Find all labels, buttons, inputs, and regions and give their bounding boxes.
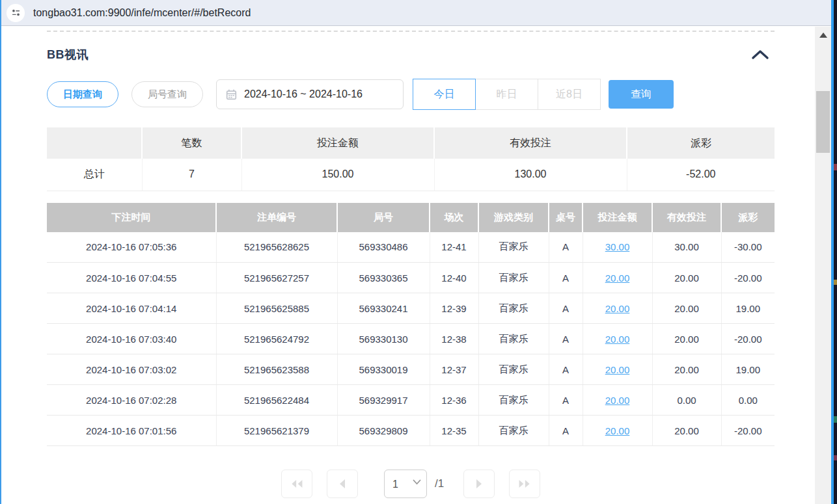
- chevron-up-icon: [751, 49, 769, 60]
- cell-valid: 20.00: [652, 354, 721, 385]
- filter-toolbar: 日期查询 局号查询 2024-10-16 ~ 2024-10-16: [47, 79, 775, 110]
- cell-table-no: A: [549, 232, 583, 263]
- cell-round: 569330019: [337, 354, 430, 385]
- site-settings-icon[interactable]: [7, 4, 25, 22]
- cell-payout: -30.00: [721, 232, 775, 263]
- page-select[interactable]: 1: [384, 470, 427, 498]
- page-total-label: /1: [435, 477, 444, 490]
- summary-total-bet-amount: 150.00: [241, 159, 434, 191]
- bet-table-body: 2024-10-16 07:05:36521965628625569330486…: [47, 232, 775, 446]
- cell-table-no: A: [549, 385, 583, 416]
- previous-page-button[interactable]: [327, 470, 358, 498]
- scrollbar-thumb[interactable]: [816, 91, 830, 153]
- cell-game: 百家乐: [478, 354, 549, 385]
- cell-session: 12-39: [430, 293, 478, 324]
- cell-bet-id: 521965628625: [216, 232, 337, 263]
- cell-table-no: A: [549, 354, 583, 385]
- header-bet-time: 下注时间: [47, 203, 216, 232]
- header-bet-id: 注单编号: [216, 203, 337, 232]
- cell-game: 百家乐: [478, 324, 549, 354]
- cell-round: 569330365: [337, 263, 430, 293]
- cell-session: 12-40: [430, 263, 478, 293]
- table-row: 2024-10-16 07:02:28521965622484569329917…: [47, 385, 775, 416]
- cell-session: 12-41: [430, 232, 478, 263]
- cell-time: 2024-10-16 07:04:55: [47, 263, 216, 293]
- bet-amount-link[interactable]: 20.00: [605, 364, 630, 375]
- bet-amount-link[interactable]: 20.00: [605, 425, 630, 436]
- bet-amount-link[interactable]: 20.00: [605, 303, 630, 314]
- cell-payout: -20.00: [721, 324, 775, 354]
- calendar-icon: [226, 89, 237, 100]
- cell-valid: 20.00: [652, 416, 721, 446]
- background-speck: [834, 416, 837, 423]
- first-page-button[interactable]: [281, 470, 312, 498]
- quick-date-button-group: 今日 昨日 近8日: [413, 79, 601, 110]
- cell-session: 12-38: [430, 324, 478, 354]
- cell-game: 百家乐: [478, 293, 549, 324]
- summary-header-count: 笔数: [142, 127, 241, 159]
- summary-header-bet-amount: 投注金额: [241, 127, 434, 159]
- cell-bet: 30.00: [583, 232, 652, 263]
- cell-payout: 19.00: [721, 293, 775, 324]
- summary-total-valid-bet: 130.00: [434, 159, 627, 191]
- cell-round: 569330486: [337, 232, 430, 263]
- summary-header-valid-bet: 有效投注: [434, 127, 627, 159]
- cell-round: 569330241: [337, 293, 430, 324]
- cell-table-no: A: [549, 263, 583, 293]
- cell-round: 569329917: [337, 385, 430, 416]
- cell-valid: 20.00: [652, 263, 721, 293]
- cell-valid: 20.00: [652, 324, 721, 354]
- cell-bet-id: 521965621379: [216, 416, 337, 446]
- header-game-type: 游戏类别: [478, 203, 549, 232]
- panel-dashed-divider: [47, 31, 775, 32]
- cell-bet-id: 521965624792: [216, 324, 337, 354]
- pagination-bar: 1 /1: [47, 470, 775, 498]
- window-edge-right: [831, 0, 834, 504]
- cell-bet: 20.00: [583, 293, 652, 324]
- quick-button-today[interactable]: 今日: [413, 79, 476, 110]
- bet-amount-link[interactable]: 30.00: [605, 241, 630, 252]
- cell-bet: 20.00: [583, 324, 652, 354]
- background-page-strip: [834, 0, 837, 504]
- cell-time: 2024-10-16 07:01:56: [47, 416, 216, 446]
- window-edge-left: [0, 0, 1, 504]
- bet-amount-link[interactable]: 20.00: [605, 395, 630, 406]
- cell-valid: 20.00: [652, 293, 721, 324]
- bet-table-header-row: 下注时间 注单编号 局号 场次 游戏类别 桌号 投注金额 有效投注 派彩: [47, 203, 775, 232]
- cell-table-no: A: [549, 293, 583, 324]
- arrow-right-icon: [474, 478, 484, 490]
- header-round-number: 局号: [337, 203, 430, 232]
- tab-round-query[interactable]: 局号查询: [131, 81, 203, 107]
- date-range-input[interactable]: 2024-10-16 ~ 2024-10-16: [216, 79, 404, 109]
- cell-bet: 20.00: [583, 416, 652, 446]
- tab-date-query[interactable]: 日期查询: [47, 81, 118, 107]
- table-row: 2024-10-16 07:03:02521965623588569330019…: [47, 354, 775, 385]
- cell-game: 百家乐: [478, 416, 549, 446]
- cell-round: 569329809: [337, 416, 430, 446]
- bet-amount-link[interactable]: 20.00: [605, 334, 630, 345]
- collapse-section-button[interactable]: [751, 49, 775, 60]
- cell-session: 12-35: [430, 416, 478, 446]
- summary-total-count: 7: [142, 159, 241, 191]
- quick-button-last8days[interactable]: 近8日: [538, 79, 601, 110]
- date-range-value: 2024-10-16 ~ 2024-10-16: [244, 88, 363, 100]
- scrollbar-up-arrow-icon[interactable]: [819, 33, 827, 38]
- page-scrollbar[interactable]: [815, 27, 831, 504]
- search-button[interactable]: 查询: [609, 80, 674, 109]
- bet-amount-link[interactable]: 20.00: [605, 272, 630, 284]
- cell-bet-id: 521965627257: [216, 263, 337, 293]
- cell-payout: 19.00: [721, 354, 775, 385]
- double-arrow-left-icon: [290, 478, 304, 490]
- browser-address-bar[interactable]: tongbao31.com:9900/infe/mcenter/#/betRec…: [0, 0, 834, 26]
- summary-header-payout: 派彩: [627, 127, 775, 159]
- summary-total-row: 总计 7 150.00 130.00 -52.00: [47, 159, 775, 191]
- last-page-button[interactable]: [509, 470, 540, 498]
- cell-session: 12-36: [430, 385, 478, 416]
- url-text[interactable]: tongbao31.com:9900/infe/mcenter/#/betRec…: [33, 7, 251, 19]
- next-page-button[interactable]: [463, 470, 495, 498]
- table-row: 2024-10-16 07:01:56521965621379569329809…: [47, 416, 775, 446]
- summary-table: 笔数 投注金额 有效投注 派彩 总计 7 150.00 130.00 -52.0…: [47, 127, 775, 191]
- quick-button-yesterday[interactable]: 昨日: [475, 79, 538, 110]
- header-valid-bet: 有效投注: [652, 203, 721, 232]
- cell-valid: 0.00: [652, 385, 721, 416]
